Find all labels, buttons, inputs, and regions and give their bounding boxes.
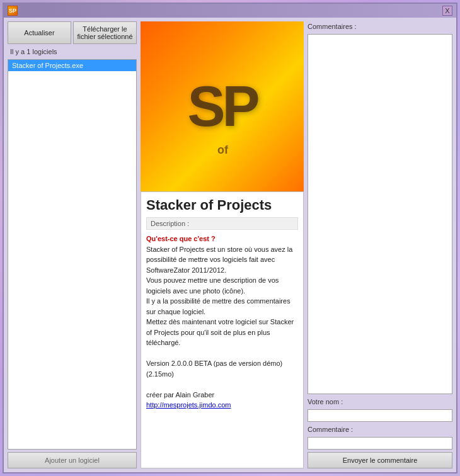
- close-button[interactable]: X: [442, 6, 452, 16]
- name-label: Votre nom :: [308, 397, 452, 407]
- comment-input[interactable]: [308, 437, 452, 450]
- description-body: Stacker of Projects est un store où vous…: [146, 246, 294, 347]
- app-icon: SP: [8, 6, 18, 16]
- file-list[interactable]: Stacker of Projects.exe: [8, 59, 137, 450]
- url-link[interactable]: http://mesprojets.jimdo.com: [146, 401, 231, 409]
- title-bar-left: SP: [8, 6, 18, 16]
- file-item[interactable]: Stacker of Projects.exe: [8, 60, 136, 71]
- app-logo: SP of: [141, 21, 304, 191]
- version-text: Version 2.0.0.0 BETA (pas de version dém…: [146, 360, 282, 378]
- comments-label: Commentaires :: [308, 21, 452, 31]
- creator-text: créer par Alain Graber: [146, 391, 214, 399]
- name-input[interactable]: [308, 409, 452, 422]
- add-software-button[interactable]: Ajouter un logiciel: [8, 452, 137, 468]
- comments-textarea[interactable]: [308, 34, 452, 394]
- toolbar: Actualiser Télécharger le fichier sélect…: [8, 21, 137, 44]
- refresh-button[interactable]: Actualiser: [8, 21, 71, 44]
- app-title: Stacker of Projects: [146, 197, 298, 213]
- logo-of-text: of: [217, 144, 228, 157]
- description-text: Qu'est-ce que c'est ? Stacker of Project…: [146, 234, 298, 411]
- send-comment-button[interactable]: Envoyer le commentaire: [308, 452, 452, 468]
- middle-panel: SP of Stacker of Projects Description : …: [141, 21, 304, 468]
- main-window: SP X Actualiser Télécharger le fichier s…: [3, 3, 457, 473]
- what-title: Qu'est-ce que c'est ?: [146, 235, 216, 242]
- comment-label: Commentaire :: [308, 424, 452, 434]
- download-button[interactable]: Télécharger le fichier sélectionné: [73, 21, 137, 44]
- app-info: Stacker of Projects Description : Qu'est…: [141, 191, 304, 468]
- content-area: Actualiser Télécharger le fichier sélect…: [4, 18, 456, 472]
- count-label: Il y a 1 logiciels: [8, 47, 137, 57]
- description-label: Description :: [146, 217, 298, 230]
- title-bar: SP X: [4, 4, 456, 18]
- left-panel: Actualiser Télécharger le fichier sélect…: [8, 21, 137, 468]
- add-button-container: Ajouter un logiciel: [8, 452, 137, 468]
- right-panel: Commentaires : Votre nom : Commentaire :…: [308, 21, 452, 468]
- logo-text: SP: [187, 78, 256, 135]
